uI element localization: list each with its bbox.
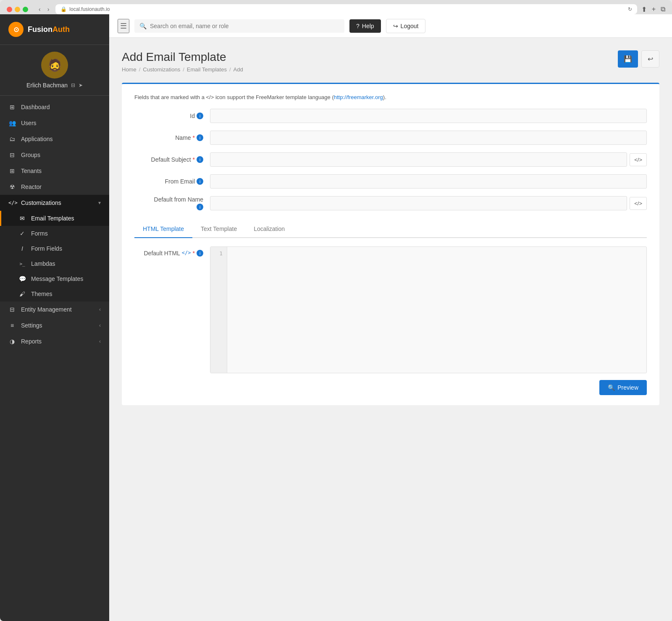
hamburger-button[interactable]: ☰ [118,19,129,33]
search-icon: 🔍 [139,23,147,29]
sidebar-item-entity-management[interactable]: ⊟ Entity Management ‹ [0,301,109,317]
form-row-from-email: From Email i [134,174,647,189]
user-location-icon[interactable]: ➤ [79,82,83,88]
sidebar-item-settings[interactable]: ≡ Settings ‹ [0,317,109,333]
themes-icon: 🖌 [18,291,26,297]
sidebar-item-email-templates[interactable]: ✉ Email Templates [0,211,109,226]
freemarker-notice: Fields that are marked with a </> icon s… [134,94,647,100]
default-subject-info-icon[interactable]: i [197,156,203,163]
default-subject-input[interactable] [210,152,627,167]
default-html-info-icon[interactable]: i [197,250,203,257]
code-textarea[interactable] [227,247,646,373]
email-templates-icon: ✉ [18,215,26,222]
reports-label: Reports [21,338,42,345]
sidebar-item-dashboard[interactable]: ⊞ Dashboard [0,99,109,115]
id-info-icon[interactable]: i [197,113,203,119]
help-icon: ? [356,23,360,29]
sidebar-item-lambdas[interactable]: >_ Lambdas [0,256,109,271]
message-templates-icon: 💬 [18,275,26,282]
freemarker-link[interactable]: http://freemarker.org [334,94,383,100]
minimize-dot[interactable] [15,7,20,12]
name-input-wrap [210,131,647,145]
back-button[interactable]: ↩ [641,50,659,68]
settings-nav-left: ≡ Settings [8,322,42,329]
breadcrumb-home[interactable]: Home [122,66,136,73]
applications-icon: 🗂 [8,136,16,142]
entity-nav-left: ⊟ Entity Management [8,306,72,313]
sidebar-item-forms[interactable]: ✓ Forms [0,226,109,241]
settings-icon: ≡ [8,322,16,329]
content-area: Add Email Template Home / Customizations… [109,38,672,621]
logout-button[interactable]: ↪ Logout [386,19,426,33]
help-button[interactable]: ? Help [349,19,381,33]
chevron-right-icon3: ‹ [99,338,101,344]
close-dot[interactable] [7,7,12,12]
tab-text-template[interactable]: Text Template [192,220,245,238]
user-name-row: Erlich Bachman ⊟ ➤ [26,82,83,89]
sidebar-item-groups[interactable]: ⊟ Groups [0,147,109,163]
back-icon: ↩ [648,55,653,63]
browser-action-buttons: ⬆ + ⧉ [641,5,665,13]
submenu-item-label: Forms [31,230,48,237]
tab-localization[interactable]: Localization [245,220,293,238]
back-browser-button[interactable]: ‹ [37,5,43,13]
code-editor-wrap: 1 [210,246,647,373]
sidebar-item-customizations[interactable]: </> Customizations ▾ [0,195,109,211]
page-actions: 💾 ↩ [618,50,659,68]
preview-button[interactable]: 🔍 Preview [599,380,647,395]
sidebar-item-applications[interactable]: 🗂 Applications [0,131,109,147]
from-email-info-icon[interactable]: i [197,178,203,185]
tabs-icon[interactable]: ⧉ [661,5,665,13]
user-card-icon[interactable]: ⊟ [71,82,75,88]
default-subject-code-button[interactable]: </> [630,153,647,166]
default-from-name-code-button[interactable]: </> [630,197,647,210]
maximize-dot[interactable] [23,7,28,12]
app-container: ⊙ FusionAuth 🧔 Erlich Bachman ⊟ ➤ ⊞ Dash… [0,14,672,621]
name-input[interactable] [210,131,647,145]
save-icon: 💾 [624,55,632,63]
customizations-label: Customizations [21,199,61,206]
default-from-name-input-wrap: </> [210,196,647,210]
sidebar-item-form-fields[interactable]: I Form Fields [0,241,109,256]
reactor-icon: ☢ [8,183,16,190]
forward-browser-button[interactable]: › [45,5,52,13]
sidebar-item-label: Dashboard [21,104,50,110]
breadcrumb-email-templates[interactable]: Email Templates [187,66,227,73]
default-from-name-input[interactable] [210,196,627,210]
share-icon[interactable]: ⬆ [641,5,647,13]
default-from-name-info-icon[interactable]: i [197,204,203,210]
tab-html-template[interactable]: HTML Template [134,220,192,238]
sidebar-item-reactor[interactable]: ☢ Reactor [0,179,109,195]
reload-icon[interactable]: ↻ [628,6,632,12]
default-subject-input-wrap: </> [210,152,647,167]
new-tab-icon[interactable]: + [652,5,656,13]
submenu-item-label: Themes [31,291,52,297]
submenu-item-label: Email Templates [31,215,74,222]
preview-row: 🔍 Preview [134,373,647,395]
logo-text: FusionAuth [28,25,70,34]
sidebar-item-themes[interactable]: 🖌 Themes [0,286,109,301]
form-fields-icon: I [18,245,26,252]
breadcrumb-sep2: / [183,66,184,73]
default-subject-label: Default Subject * i [134,156,210,163]
default-from-name-label: Default from Name i [134,196,210,210]
from-email-input[interactable] [210,174,647,189]
entity-management-icon: ⊟ [8,306,16,313]
address-bar[interactable]: 🔒 local.fusionauth.io ↻ [55,4,637,14]
page-title-area: Add Email Template Home / Customizations… [122,50,243,73]
breadcrumb-customizations[interactable]: Customizations [143,66,180,73]
save-button[interactable]: 💾 [618,50,638,68]
reports-icon: ◑ [8,338,16,345]
sidebar-logo: ⊙ FusionAuth [0,14,109,45]
name-info-icon[interactable]: i [197,134,203,141]
default-subject-required: * [193,156,195,163]
search-input[interactable] [150,23,339,29]
sidebar-item-message-templates[interactable]: 💬 Message Templates [0,271,109,286]
help-label: Help [362,23,374,29]
chevron-down-icon: ▾ [98,200,101,206]
sidebar-item-reports[interactable]: ◑ Reports ‹ [0,333,109,349]
sidebar-submenu-customizations: ✉ Email Templates ✓ Forms I Form Fields … [0,211,109,301]
sidebar-item-tenants[interactable]: ⊞ Tenants [0,163,109,179]
id-input[interactable] [210,109,647,123]
sidebar-item-users[interactable]: 👥 Users [0,115,109,131]
